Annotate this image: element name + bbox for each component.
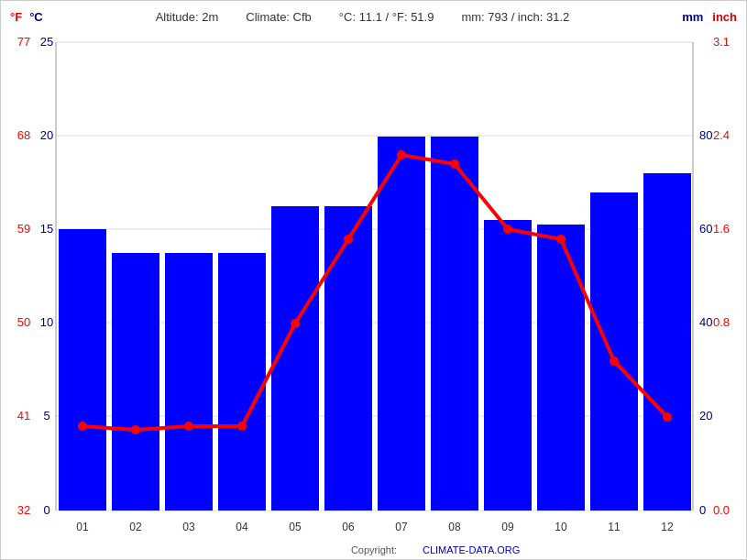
month-11: 11 bbox=[608, 521, 621, 533]
mm-80: 80 bbox=[699, 128, 712, 142]
c-10: 10 bbox=[40, 315, 53, 329]
mm-20: 20 bbox=[699, 409, 712, 423]
month-10: 10 bbox=[555, 521, 567, 533]
bar-10 bbox=[537, 225, 585, 511]
temp-dot-08 bbox=[450, 159, 459, 169]
c-0: 0 bbox=[43, 503, 49, 517]
temp-dot-05 bbox=[291, 319, 300, 328]
inch-2-4: 2.4 bbox=[713, 128, 730, 142]
mm-0: 0 bbox=[699, 503, 706, 517]
month-09: 09 bbox=[501, 521, 514, 533]
month-02: 02 bbox=[129, 521, 142, 533]
temp-dot-10 bbox=[556, 235, 566, 244]
bar-06 bbox=[324, 206, 372, 511]
inch-3-1: 3.1 bbox=[713, 35, 730, 49]
temp-dot-09 bbox=[503, 225, 512, 234]
temp-dot-07 bbox=[397, 150, 406, 159]
temp-dot-02 bbox=[131, 425, 140, 434]
bar-09 bbox=[484, 220, 532, 511]
c-15: 15 bbox=[40, 222, 53, 236]
bar-07 bbox=[378, 137, 425, 511]
copyright: Copyright: bbox=[351, 544, 397, 555]
month-06: 06 bbox=[342, 521, 355, 533]
temp-dot-11 bbox=[610, 357, 619, 366]
temp-dot-03 bbox=[184, 422, 193, 431]
bar-01 bbox=[59, 229, 106, 511]
c-20: 20 bbox=[40, 128, 53, 142]
f-77: 77 bbox=[17, 35, 30, 49]
f-32: 32 bbox=[17, 503, 30, 517]
mm-60: 60 bbox=[699, 222, 712, 236]
bar-03 bbox=[165, 253, 213, 511]
bar-02 bbox=[112, 253, 159, 511]
temp-dot-06 bbox=[344, 235, 353, 244]
f-41: 41 bbox=[17, 409, 30, 423]
bar-04 bbox=[218, 253, 266, 511]
temp-dot-04 bbox=[237, 422, 247, 431]
inch-0-0: 0.0 bbox=[713, 503, 730, 517]
month-12: 12 bbox=[661, 521, 674, 533]
chart-svg: 77 68 59 50 41 32 25 20 15 10 5 0 80 60 … bbox=[1, 1, 747, 560]
mm-40: 40 bbox=[699, 315, 712, 329]
temp-dot-12 bbox=[663, 412, 672, 422]
month-08: 08 bbox=[448, 521, 461, 533]
bar-11 bbox=[590, 192, 638, 511]
inch-1-6: 1.6 bbox=[713, 222, 730, 236]
f-50: 50 bbox=[17, 315, 30, 329]
c-5: 5 bbox=[43, 409, 49, 423]
month-01: 01 bbox=[76, 521, 89, 533]
bar-08 bbox=[431, 137, 478, 511]
c-25: 25 bbox=[40, 35, 53, 49]
inch-0-8: 0.8 bbox=[713, 315, 730, 329]
copyright-link[interactable]: CLIMATE-DATA.ORG bbox=[423, 544, 520, 555]
temp-dot-01 bbox=[78, 422, 87, 431]
chart-container: °F °C Altitude: 2m Climate: Cfb °C: 11.1… bbox=[0, 0, 747, 560]
month-03: 03 bbox=[182, 521, 195, 533]
month-05: 05 bbox=[289, 521, 302, 533]
bar-12 bbox=[643, 173, 691, 511]
f-59: 59 bbox=[17, 222, 30, 236]
month-07: 07 bbox=[395, 521, 408, 533]
month-04: 04 bbox=[236, 521, 248, 533]
f-68: 68 bbox=[17, 128, 30, 142]
